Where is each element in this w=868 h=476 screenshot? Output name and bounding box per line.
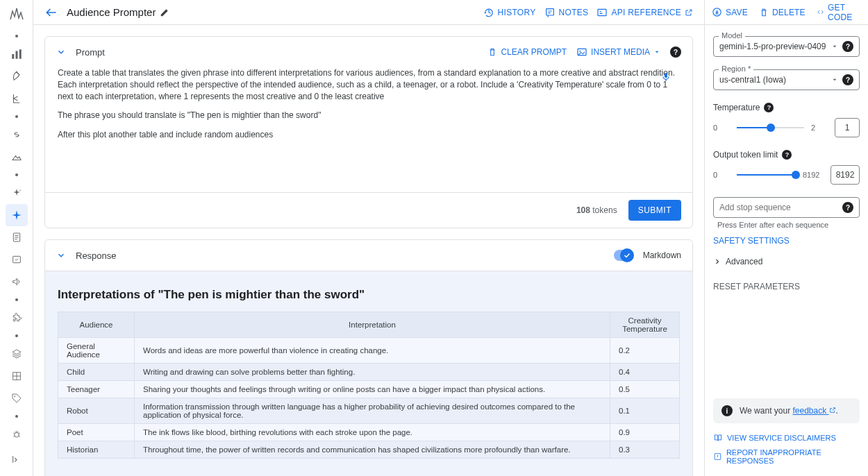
- rail-expand-toggle[interactable]: [6, 448, 28, 470]
- feedback-box: i We want your feedback .: [713, 398, 860, 423]
- rail-item-image[interactable]: [6, 146, 28, 168]
- rail-item-modal[interactable]: [6, 248, 28, 271]
- rail-item-dashboard[interactable]: [6, 43, 28, 65]
- table-row: HistorianThroughout time, the power of w…: [58, 441, 680, 459]
- api-reference-button[interactable]: API REFERENCE: [596, 7, 693, 18]
- table-row: General AudienceWords and ideas are more…: [58, 338, 680, 364]
- caret-down-icon: [831, 76, 838, 83]
- insert-media-button[interactable]: INSERT MEDIA: [576, 46, 660, 58]
- rail-separator: [15, 35, 18, 37]
- notes-button[interactable]: NOTES: [544, 7, 589, 18]
- caret-down-icon: [831, 43, 838, 50]
- temperature-label: Temperature ?: [713, 103, 860, 112]
- clear-prompt-button[interactable]: CLEAR PROMPT: [487, 47, 567, 57]
- safety-settings-link[interactable]: SAFETY SETTINGS: [713, 229, 860, 253]
- svg-rect-0: [12, 54, 14, 59]
- table-header: Creativity Temperature: [610, 312, 680, 338]
- markdown-toggle[interactable]: [614, 250, 633, 261]
- svg-rect-8: [546, 8, 553, 15]
- markdown-label: Markdown: [643, 250, 681, 260]
- save-button[interactable]: SAVE: [712, 7, 748, 17]
- temp-help-icon[interactable]: ?: [764, 103, 774, 112]
- table-header: Audience: [58, 312, 135, 338]
- info-icon: i: [721, 405, 733, 416]
- rail-item-stack[interactable]: [6, 343, 28, 365]
- submit-button[interactable]: SUBMIT: [628, 200, 681, 221]
- table-row: RobotInformation transmission through wr…: [58, 398, 680, 424]
- collapse-prompt-icon[interactable]: [56, 47, 66, 57]
- chevron-right-icon: [713, 257, 721, 266]
- token-count: 108 tokens: [576, 205, 617, 215]
- temperature-slider[interactable]: [737, 121, 804, 134]
- rail-separator: [15, 173, 18, 176]
- reset-parameters-button[interactable]: RESET PARAMETERS: [713, 271, 860, 303]
- prompt-text-area[interactable]: Create a table that translates the given…: [45, 67, 692, 192]
- table-row: TeenagerSharing your thoughts and feelin…: [58, 381, 680, 398]
- response-body: Interpretations of "The pen is mightier …: [45, 271, 692, 476]
- output-limit-slider[interactable]: [737, 169, 796, 181]
- stop-help-icon[interactable]: ?: [842, 202, 853, 213]
- output-limit-label: Output token limit ?: [713, 150, 860, 160]
- region-help-icon[interactable]: ?: [842, 74, 853, 85]
- rail-item-sparkle[interactable]: [6, 182, 28, 204]
- dropdown-caret-icon: [653, 49, 660, 56]
- model-help-icon[interactable]: ?: [842, 41, 853, 52]
- svg-rect-1: [15, 51, 17, 59]
- svg-rect-9: [598, 9, 606, 15]
- report-responses-link[interactable]: REPORT INAPPROPRIATE RESPONSES: [713, 445, 860, 468]
- rail-item-grid[interactable]: [6, 365, 28, 387]
- parameters-sidebar: SAVE DELETE GET CODE Model gemini-1.5-pr…: [704, 0, 868, 476]
- svg-rect-12: [665, 73, 667, 78]
- output-limit-value[interactable]: 8192: [831, 165, 860, 185]
- rail-item-leaf[interactable]: [6, 65, 28, 87]
- page-title: Audience Prompter: [67, 6, 169, 18]
- view-disclaimers-link[interactable]: VIEW SERVICE DISCLAIMERS: [713, 430, 860, 445]
- left-nav-rail: [0, 0, 33, 476]
- rail-item-link[interactable]: [6, 124, 28, 146]
- response-heading-1: Interpretations of "The pen is mightier …: [58, 288, 680, 302]
- stop-sequence-hint: Press Enter after each sequence: [713, 221, 860, 229]
- model-select-field[interactable]: Model gemini-1.5-pro-preview-0409 ?: [713, 36, 860, 57]
- external-link-icon: [829, 407, 836, 414]
- response-panel: Response Markdown Interpretations of "Th…: [44, 239, 693, 476]
- advanced-toggle[interactable]: Advanced: [713, 253, 860, 271]
- svg-rect-2: [19, 49, 21, 59]
- prompt-title: Prompt: [76, 47, 105, 58]
- output-help-icon[interactable]: ?: [782, 150, 792, 160]
- stop-sequence-input[interactable]: ?: [713, 197, 860, 218]
- external-link-icon: [685, 8, 693, 17]
- interpretations-table: Audience Interpretation Creativity Tempe…: [58, 312, 680, 459]
- microphone-icon[interactable]: [660, 71, 671, 83]
- feedback-link[interactable]: feedback: [792, 406, 835, 416]
- rail-item-speaker[interactable]: [6, 271, 28, 293]
- back-button[interactable]: [44, 6, 58, 19]
- rail-item-debug[interactable]: [6, 423, 28, 445]
- delete-button[interactable]: DELETE: [759, 8, 806, 17]
- rail-separator: [15, 298, 18, 301]
- svg-point-11: [579, 51, 581, 52]
- rail-separator: [15, 334, 18, 337]
- svg-point-7: [14, 432, 19, 437]
- topbar: Audience Prompter HISTORY NOTES API REFE…: [33, 0, 704, 25]
- rail-item-tag[interactable]: [6, 387, 28, 409]
- get-code-button[interactable]: GET CODE: [817, 3, 861, 22]
- collapse-response-icon[interactable]: [56, 250, 66, 260]
- rail-item-extension[interactable]: [6, 307, 28, 329]
- content-area: Prompt CLEAR PROMPT INSERT MEDIA ? Creat…: [33, 25, 704, 476]
- table-header: Interpretation: [135, 312, 610, 338]
- response-title: Response: [76, 250, 117, 261]
- svg-point-6: [14, 396, 15, 397]
- product-logo-icon: [8, 6, 25, 22]
- svg-rect-4: [12, 256, 20, 262]
- model-value: gemini-1.5-pro-preview-0409: [719, 42, 827, 51]
- rail-item-branch[interactable]: [6, 87, 28, 110]
- prompt-help-icon[interactable]: ?: [670, 46, 681, 58]
- rail-item-prompt[interactable]: [6, 204, 28, 226]
- region-select-field[interactable]: Region * us-central1 (Iowa) ?: [713, 69, 860, 90]
- region-value: us-central1 (Iowa): [719, 75, 827, 85]
- rail-item-doc[interactable]: [6, 226, 28, 248]
- history-button[interactable]: HISTORY: [483, 7, 536, 18]
- temperature-value[interactable]: 1: [835, 118, 860, 137]
- table-row: ChildWriting and drawing can solve probl…: [58, 364, 680, 381]
- edit-title-icon[interactable]: [160, 8, 169, 17]
